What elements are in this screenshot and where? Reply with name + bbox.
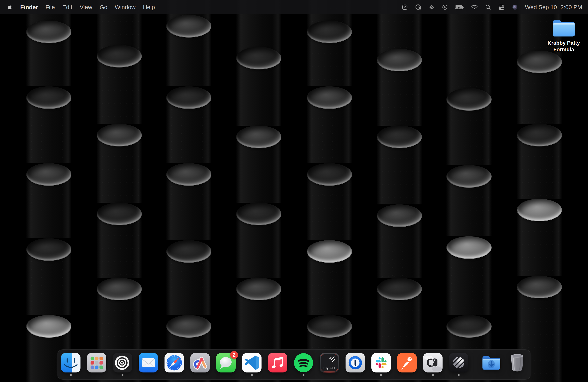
menu-app-finder[interactable]: Finder bbox=[17, 4, 42, 11]
linear-icon bbox=[449, 353, 469, 373]
wallpaper-column bbox=[307, 0, 352, 382]
spotlight-search-icon[interactable] bbox=[485, 4, 491, 10]
dock: 2 bbox=[57, 349, 531, 380]
dock-item-apple-music[interactable] bbox=[268, 353, 288, 373]
menu-bar: Finder File Edit View Go Window Help bbox=[0, 0, 588, 14]
menu-help[interactable]: Help bbox=[139, 4, 159, 11]
postman-icon bbox=[397, 353, 417, 373]
siri-icon[interactable] bbox=[512, 4, 518, 10]
dock-item-1password[interactable] bbox=[345, 353, 365, 373]
running-indicator bbox=[122, 374, 124, 376]
dock-item-trash[interactable] bbox=[507, 353, 527, 373]
apple-logo-icon bbox=[7, 4, 13, 10]
dia-browser-icon bbox=[423, 353, 443, 373]
arc-browser-icon bbox=[190, 353, 210, 373]
menu-bar-date[interactable]: Wed Sep 10 bbox=[525, 4, 557, 11]
wallpaper-column bbox=[26, 0, 71, 382]
running-indicator bbox=[432, 374, 434, 376]
desktop-folder-krabby-patty-formula[interactable]: Krabby Patty Formula bbox=[547, 18, 580, 53]
launchpad-icon bbox=[86, 353, 107, 373]
mail-icon bbox=[138, 353, 158, 373]
menu-bar-status-area: Wed Sep 10 2:00 PM bbox=[402, 4, 582, 11]
wallpaper-column bbox=[236, 0, 281, 382]
apple-menu[interactable] bbox=[7, 4, 17, 10]
wallpaper bbox=[0, 0, 588, 382]
dock-item-raycast[interactable]: raycast bbox=[319, 353, 339, 373]
menu-file[interactable]: File bbox=[42, 4, 59, 11]
sunburst-app-icon[interactable] bbox=[402, 4, 408, 10]
menu-bar-time[interactable]: 2:00 PM bbox=[560, 4, 582, 11]
macos-desktop: Finder File Edit View Go Window Help bbox=[0, 0, 588, 382]
1password-icon bbox=[345, 353, 365, 373]
menu-go[interactable]: Go bbox=[96, 4, 111, 11]
safari-icon bbox=[164, 353, 184, 373]
battery-charging-icon[interactable] bbox=[455, 5, 464, 10]
dock-item-mail[interactable] bbox=[138, 353, 158, 373]
spotify-icon bbox=[294, 353, 314, 373]
running-indicator bbox=[303, 374, 304, 376]
downloads-folder-icon bbox=[481, 353, 502, 373]
menu-edit[interactable]: Edit bbox=[59, 4, 76, 11]
running-indicator bbox=[380, 374, 382, 376]
notification-badge: 2 bbox=[230, 351, 238, 359]
slack-icon bbox=[371, 353, 391, 373]
blue-folder-icon bbox=[552, 18, 576, 38]
menu-view[interactable]: View bbox=[76, 4, 96, 11]
finder-icon bbox=[61, 353, 81, 373]
zen-browser-icon bbox=[112, 353, 133, 373]
desktop-folder-label: Krabby Patty Formula bbox=[546, 40, 581, 53]
onepassword-menubar-icon[interactable] bbox=[415, 4, 421, 11]
menu-bar-left: Finder File Edit View Go Window Help bbox=[7, 4, 159, 11]
wallpaper-column bbox=[446, 0, 492, 382]
trash-empty-icon bbox=[507, 353, 527, 373]
wallpaper-column bbox=[97, 0, 142, 382]
dock-item-safari[interactable] bbox=[164, 353, 184, 373]
raycast-label: raycast bbox=[319, 366, 339, 370]
dock-item-downloads-folder[interactable] bbox=[481, 353, 502, 373]
dock-item-linear[interactable] bbox=[449, 353, 469, 373]
running-indicator bbox=[458, 374, 460, 376]
menu-window[interactable]: Window bbox=[111, 4, 139, 11]
control-center-icon[interactable] bbox=[498, 4, 505, 11]
menu-bar-clock[interactable]: Wed Sep 10 2:00 PM bbox=[525, 4, 582, 11]
dock-item-finder[interactable] bbox=[61, 353, 81, 373]
play-status-icon[interactable] bbox=[442, 4, 448, 10]
running-indicator bbox=[70, 374, 72, 376]
running-indicator bbox=[251, 374, 253, 376]
dock-separator bbox=[475, 352, 475, 374]
wifi-icon[interactable] bbox=[471, 4, 478, 10]
striped-badge-icon[interactable] bbox=[429, 4, 435, 10]
dock-item-zen-browser[interactable] bbox=[112, 353, 133, 373]
dock-item-dia-browser[interactable] bbox=[423, 353, 443, 373]
dock-item-messages[interactable]: 2 bbox=[216, 353, 236, 373]
dock-item-postman[interactable] bbox=[397, 353, 417, 373]
dock-item-vscode[interactable] bbox=[242, 353, 262, 373]
wallpaper-column bbox=[377, 0, 422, 382]
apple-music-icon bbox=[268, 353, 288, 373]
dock-item-launchpad[interactable] bbox=[86, 353, 107, 373]
wallpaper-column bbox=[166, 0, 211, 382]
dock-item-slack[interactable] bbox=[371, 353, 391, 373]
vscode-icon bbox=[242, 353, 262, 373]
dock-item-arc-browser[interactable] bbox=[190, 353, 210, 373]
dock-item-spotify[interactable] bbox=[294, 353, 314, 373]
wallpaper-column bbox=[517, 0, 562, 382]
